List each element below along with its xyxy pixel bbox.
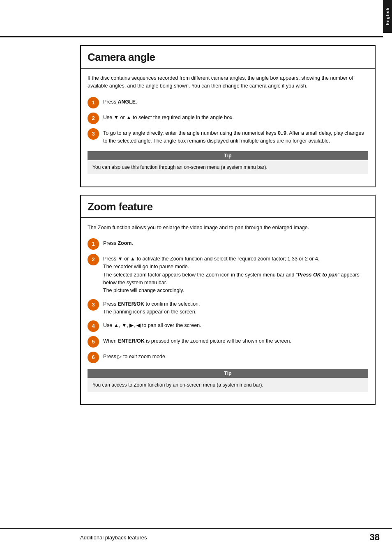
zoom-feature-intro: The Zoom function allows you to enlarge … — [88, 224, 368, 232]
zoom-step-2-text: Press ▼ or ▲ to activate the Zoom functi… — [103, 254, 368, 295]
main-content: Camera angle If the disc contains sequen… — [80, 45, 376, 445]
zoom-step-6-text: Press ▷ to exit zoom mode. — [103, 352, 167, 361]
side-tab-label: English — [385, 7, 390, 25]
zoom-step-number-1: 1 — [88, 238, 99, 250]
zoom-step-2: 2 Press ▼ or ▲ to activate the Zoom func… — [88, 254, 368, 295]
zoom-step-4: 4 Use ▲, ▼, ▶, ◀ to pan all over the scr… — [88, 320, 368, 332]
side-tab: English — [383, 0, 392, 33]
footer-page-number: 38 — [370, 532, 380, 543]
zoom-step-5: 5 When ENTER/OK is pressed only the zoom… — [88, 336, 368, 348]
zoom-tip-content: You can access to Zoom function by an on… — [88, 378, 368, 392]
step-1-text: Press ANGLE. — [103, 97, 137, 106]
camera-angle-tip-title: Tip — [88, 151, 368, 160]
zoom-step-number-4: 4 — [88, 320, 99, 332]
zoom-step-number-3: 3 — [88, 299, 99, 311]
zoom-feature-steps: 1 Press Zoom. 2 Press ▼ or ▲ to activate… — [88, 238, 368, 363]
step-2-text: Use ▼ or ▲ to select the required angle … — [103, 113, 234, 122]
zoom-feature-section: Zoom feature The Zoom function allows yo… — [80, 195, 376, 405]
zoom-step-number-6: 6 — [88, 352, 99, 363]
zoom-step-3-text: Press ENTER/OK to confirm the selection.… — [103, 299, 200, 316]
camera-angle-title: Camera angle — [81, 46, 375, 69]
camera-angle-step-2: 2 Use ▼ or ▲ to select the required angl… — [88, 113, 368, 124]
zoom-step-number-5: 5 — [88, 336, 99, 348]
step-number-3: 3 — [88, 128, 99, 140]
step-3-text: To go to any angle directly, enter the a… — [103, 128, 368, 145]
zoom-step-1-text: Press Zoom. — [103, 238, 133, 247]
top-border — [0, 36, 383, 37]
zoom-step-5-text: When ENTER/OK is pressed only the zoomed… — [103, 336, 291, 345]
camera-angle-step-1: 1 Press ANGLE. — [88, 97, 368, 108]
zoom-step-number-2: 2 — [88, 254, 99, 265]
zoom-step-3: 3 Press ENTER/OK to confirm the selectio… — [88, 299, 368, 316]
step-number-1: 1 — [88, 97, 99, 108]
zoom-feature-title: Zoom feature — [81, 196, 375, 218]
camera-angle-section: Camera angle If the disc contains sequen… — [80, 45, 376, 187]
camera-angle-step-3: 3 To go to any angle directly, enter the… — [88, 128, 368, 145]
camera-angle-tip-box: Tip You can also use this function throu… — [88, 151, 368, 174]
step-number-2: 2 — [88, 113, 99, 124]
zoom-tip-box: Tip You can access to Zoom function by a… — [88, 369, 368, 392]
zoom-step-1: 1 Press Zoom. — [88, 238, 368, 250]
camera-angle-intro: If the disc contains sequences recorded … — [88, 74, 368, 90]
zoom-tip-title: Tip — [88, 369, 368, 378]
zoom-step-4-text: Use ▲, ▼, ▶, ◀ to pan all over the scree… — [103, 320, 201, 329]
camera-angle-tip-content: You can also use this function through a… — [88, 160, 368, 174]
footer: Additional playback features 38 — [0, 528, 392, 543]
camera-angle-steps: 1 Press ANGLE. 2 Use ▼ or ▲ to select th… — [88, 97, 368, 145]
footer-left-text: Additional playback features — [80, 534, 147, 541]
zoom-step-6: 6 Press ▷ to exit zoom mode. — [88, 352, 368, 363]
